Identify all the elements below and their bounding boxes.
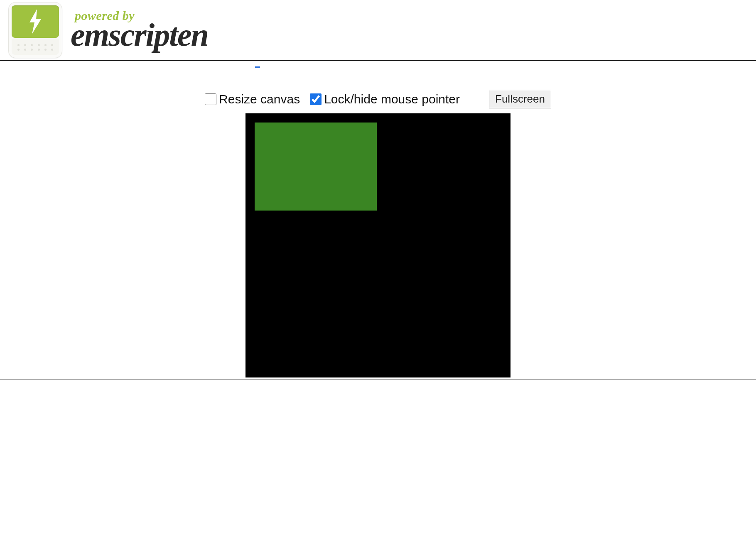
rendered-green-rectangle — [255, 123, 377, 211]
svg-marker-0 — [29, 9, 41, 34]
canvas-container — [0, 113, 756, 377]
resize-canvas-checkbox[interactable] — [205, 93, 216, 105]
lock-pointer-checkbox[interactable] — [310, 93, 322, 105]
lock-pointer-control[interactable]: Lock/hide mouse pointer — [310, 92, 460, 106]
logo-green-panel — [12, 5, 59, 38]
controls-row: Resize canvas Lock/hide mouse pointer Fu… — [0, 90, 756, 108]
resize-canvas-label: Resize canvas — [219, 92, 300, 106]
lock-pointer-label: Lock/hide mouse pointer — [324, 92, 460, 106]
lightning-bolt-icon — [27, 9, 44, 34]
fullscreen-button[interactable]: Fullscreen — [489, 90, 551, 108]
logo-text: powered by emscripten — [71, 10, 208, 51]
divider-bottom — [0, 380, 756, 380]
emscripten-title: emscripten — [71, 19, 208, 51]
emscripten-logo-badge — [8, 2, 62, 58]
divider-top — [0, 60, 756, 61]
canvas[interactable] — [245, 113, 511, 377]
resize-canvas-control[interactable]: Resize canvas — [205, 92, 300, 106]
header: powered by emscripten — [0, 0, 756, 60]
logo-keyboard-panel — [12, 39, 59, 55]
spinner-indicator — [255, 66, 260, 68]
